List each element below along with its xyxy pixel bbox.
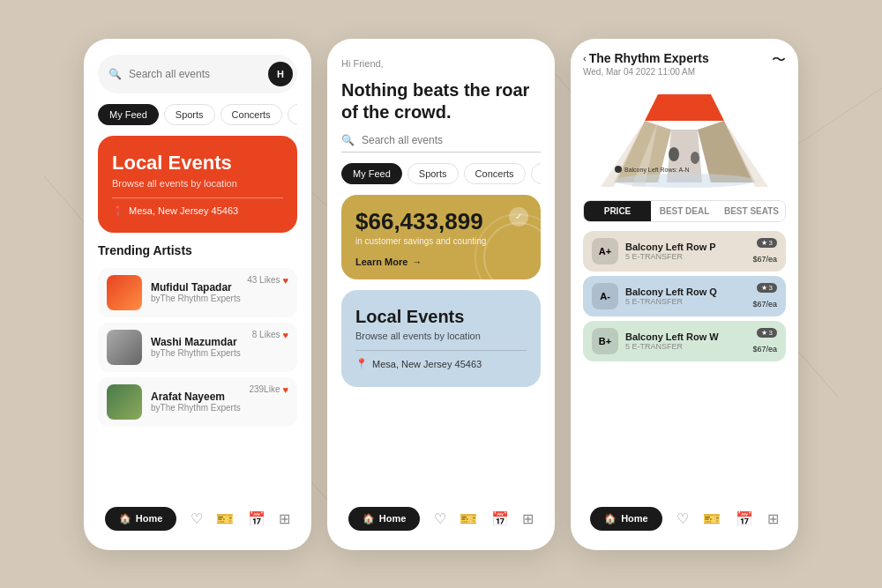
star-badge-1: ★3 [757, 283, 777, 293]
home-button-2[interactable]: 🏠 Home [348, 507, 421, 531]
search-input-1[interactable] [129, 68, 261, 80]
tab-sports-1[interactable]: Sports [164, 104, 215, 125]
arrow-icon-2: → [412, 257, 422, 267]
svg-marker-6 [698, 121, 755, 182]
home-button-3[interactable]: 🏠 Home [590, 507, 662, 531]
home-icon-1: 🏠 [119, 513, 131, 525]
heart-nav-1[interactable]: ♡ [191, 510, 203, 527]
heart-nav-3[interactable]: ♡ [676, 510, 689, 527]
ticket-location-1: Balcony Left Row Q [625, 287, 745, 297]
tab-concerts-2[interactable]: Concerts [464, 163, 526, 184]
artist-thumb-2 [107, 384, 142, 420]
ticket-info-2: Balcony Left Row W 5 E-TRANSFER [625, 331, 745, 351]
savings-card-2: $66,433,899 in customer savings and coun… [341, 195, 541, 280]
grade-badge-2: B+ [592, 328, 618, 354]
bottom-nav-2: 🏠 Home ♡ 🎫 📅 ⊞ [341, 500, 541, 538]
search-bar-1[interactable]: 🔍 H [98, 55, 297, 93]
tab-sports-2[interactable]: Sports [407, 163, 459, 184]
star-badge-2: ★3 [757, 328, 777, 338]
ticket-row-0[interactable]: A+ Balcony Left Row P 5 E-TRANSFER ★3 $6… [583, 231, 786, 272]
event-title-3: The Rhythm Experts [589, 51, 709, 65]
hero-title-2: Local Events [355, 306, 527, 327]
artist-by-0: byThe Rhythm Experts [151, 294, 288, 303]
heart-icon-0: ♥ [282, 275, 288, 286]
hero-card-2: Local Events Browse all events by locati… [341, 290, 541, 387]
artist-by-1: byThe Rhythm Experts [151, 348, 288, 358]
artist-thumb-0 [107, 275, 142, 310]
hero-location-2: 📍 Mesa, New Jersey 45463 [355, 350, 527, 369]
calendar-nav-3[interactable]: 📅 [736, 510, 753, 527]
ticket-location-0: Balcony Left Row P [625, 242, 745, 252]
artist-item-2[interactable]: Arafat Nayeem byThe Rhythm Experts 239Li… [98, 377, 297, 427]
bottom-nav-3: 🏠 Home ♡ 🎫 📅 ⊞ [583, 500, 786, 538]
svg-point-15 [691, 152, 699, 164]
seat-filter-tabs-3: PRICE BEST DEAL BEST SEATS [583, 200, 786, 222]
ticket-nav-1[interactable]: 🎫 [216, 510, 234, 527]
svg-point-14 [669, 147, 679, 161]
like-badge-2: 239Like ♥ [249, 384, 288, 395]
heart-nav-2[interactable]: ♡ [434, 510, 446, 527]
bottom-nav-1: 🏠 Home ♡ 🎫 📅 ⊞ [98, 500, 297, 538]
pin-icon-2: 📍 [355, 358, 368, 369]
seat-tab-bestseats[interactable]: BEST SEATS [718, 201, 785, 221]
heart-icon-2: ♥ [282, 384, 288, 395]
more-nav-2[interactable]: ⊞ [522, 510, 534, 527]
ticket-info-1: Balcony Left Row Q 5 E-TRANSFER [625, 287, 745, 306]
tab-myfeed-2[interactable]: My Feed [341, 163, 402, 184]
back-button-3[interactable]: ‹ The Rhythm Experts [583, 51, 709, 65]
artist-by-2: byThe Rhythm Experts [151, 403, 288, 413]
hero-subtitle-2: Browse all events by location [355, 331, 527, 341]
hero-title-1: Local Events [112, 152, 283, 175]
trending-title-1: Trending Artists [98, 243, 297, 257]
artist-list-1: Mufidul Tapadar byThe Rhythm Experts 43 … [98, 268, 297, 432]
phone-screen-1: 🔍 H My Feed Sports Concerts Theater Loca… [84, 39, 311, 550]
artist-item-0[interactable]: Mufidul Tapadar byThe Rhythm Experts 43 … [98, 268, 297, 317]
star-badge-0: ★3 [757, 238, 777, 248]
ticket-right-0: ★3 $67/ea [752, 238, 777, 264]
search-input-2[interactable] [362, 134, 541, 146]
home-button-1[interactable]: 🏠 Home [105, 507, 177, 531]
seat-tab-bestdeal[interactable]: BEST DEAL [651, 201, 718, 221]
avatar-button-1[interactable]: H [268, 62, 293, 86]
tab-myfeed-1[interactable]: My Feed [98, 104, 159, 125]
heart-icon-1: ♥ [282, 330, 288, 340]
filter-tabs-2: My Feed Sports Concerts Theater [341, 163, 541, 184]
grade-badge-1: A- [592, 283, 618, 309]
search-icon-2: 🔍 [341, 134, 355, 146]
ticket-price-0: $67/ea [752, 251, 777, 264]
ticket-nav-2[interactable]: 🎫 [460, 510, 477, 527]
artist-item-1[interactable]: Washi Mazumdar byThe Rhythm Experts 8 Li… [98, 323, 297, 372]
stadium-visual-3: Balcony Left Rows: A-N [583, 86, 786, 191]
ticket-row-1[interactable]: A- Balcony Left Row Q 5 E-TRANSFER ★3 $6… [583, 276, 786, 316]
tab-concerts-1[interactable]: Concerts [220, 104, 282, 125]
calendar-nav-2[interactable]: 📅 [491, 510, 509, 527]
grade-badge-0: A+ [592, 238, 618, 264]
seat-tab-price[interactable]: PRICE [584, 201, 651, 221]
more-nav-3[interactable]: ⊞ [767, 510, 779, 527]
event-date-3: Wed, Mar 04 2022 11:00 AM [583, 67, 709, 77]
phone3-header: ‹ The Rhythm Experts Wed, Mar 04 2022 11… [583, 51, 786, 77]
ticket-list-3: A+ Balcony Left Row P 5 E-TRANSFER ★3 $6… [583, 231, 786, 366]
search-bar-2[interactable]: 🔍 [341, 134, 541, 153]
home-icon-2: 🏠 [363, 513, 375, 525]
search-icon-1: 🔍 [108, 68, 122, 80]
tab-theater-2[interactable]: Theater [531, 163, 541, 184]
home-icon-3: 🏠 [604, 513, 617, 525]
tab-theater-1[interactable]: Theater [288, 104, 297, 125]
greeting-small-2: Hi Friend, [341, 58, 541, 69]
phone-screen-3: ‹ The Rhythm Experts Wed, Mar 04 2022 11… [571, 39, 798, 550]
svg-marker-4 [645, 94, 724, 121]
ticket-nav-3[interactable]: 🎫 [703, 510, 721, 527]
like-badge-1: 8 Likes ♥ [252, 330, 288, 340]
svg-text:Balcony Left Rows: A-N: Balcony Left Rows: A-N [624, 167, 690, 174]
ticket-info-0: Balcony Left Row P 5 E-TRANSFER [625, 242, 745, 261]
ticket-right-2: ★3 $67/ea [752, 328, 777, 354]
ticket-right-1: ★3 $67/ea [752, 283, 777, 309]
calendar-nav-1[interactable]: 📅 [248, 510, 265, 527]
svg-point-11 [614, 174, 755, 188]
more-nav-1[interactable]: ⊞ [279, 510, 290, 527]
filter-tabs-1: My Feed Sports Concerts Theater [98, 104, 297, 125]
hero-card-1: Local Events Browse all events by locati… [98, 136, 297, 233]
ticket-row-2[interactable]: B+ Balcony Left Row W 5 E-TRANSFER ★3 $6… [583, 321, 786, 361]
svg-point-12 [615, 166, 622, 173]
